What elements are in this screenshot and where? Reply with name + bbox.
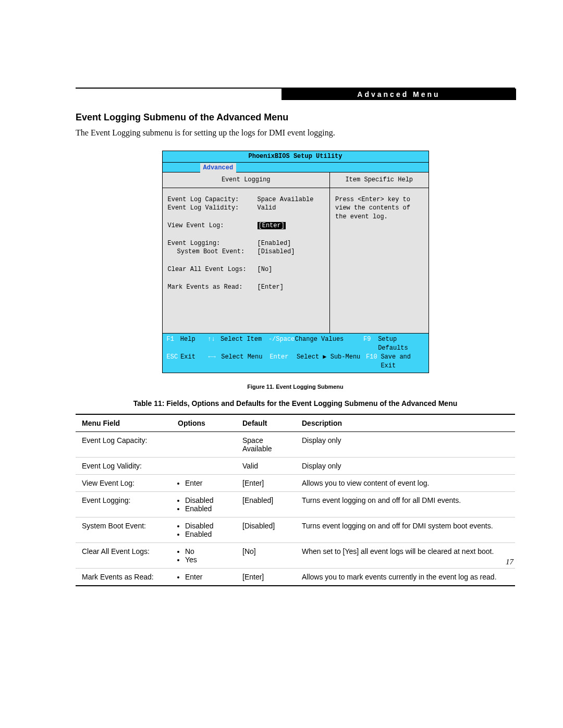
table-row: Event Log Validity:ValidDisplay only [76, 457, 515, 474]
td-description: Display only [296, 431, 515, 457]
intro-text: The Event Logging submenu is for setting… [76, 128, 515, 138]
option-item: Enter [185, 479, 230, 487]
bios-row-value: Valid [258, 204, 276, 213]
option-item: No [185, 547, 230, 556]
th-default: Default [236, 414, 296, 432]
table-row: System Boot Event:DisabledEnabled[Disabl… [76, 517, 515, 542]
td-description: Turns event logging on and off for DMI s… [296, 517, 515, 542]
bios-row: Event Log Capacity:Space Available [168, 195, 324, 204]
key-desc: Select Menu [221, 353, 270, 371]
key-label: ↑↓ [207, 335, 221, 353]
bios-row-label [168, 213, 258, 221]
option-item: Disabled [185, 522, 230, 530]
option-item: Enter [185, 573, 230, 581]
td-default: Valid [236, 457, 296, 474]
option-item: Yes [185, 556, 230, 564]
bios-left-panel: Event Logging Event Log Capacity:Space A… [163, 172, 330, 334]
option-item: Disabled [185, 496, 230, 504]
td-default: [Enter] [236, 474, 296, 491]
bios-row [168, 213, 324, 221]
table-row: Clear All Event Logs:NoYes[No]When set t… [76, 542, 515, 568]
table-caption: Table 11: Fields, Options and Defaults f… [76, 399, 515, 408]
bios-row: View Event Log:[Enter] [168, 221, 324, 230]
td-options: NoYes [172, 542, 236, 568]
td-default: [Enter] [236, 568, 296, 586]
td-default: [No] [236, 542, 296, 568]
key-desc: Save and Exit [381, 353, 424, 371]
bios-row-value: [Enabled] [258, 239, 291, 248]
td-menu: Event Logging: [76, 491, 172, 517]
td-options: Enter [172, 568, 236, 586]
bios-row: Event Log Validity:Valid [168, 204, 324, 213]
key-desc: Help [180, 335, 208, 353]
bios-row-value [258, 213, 261, 221]
bios-row: Event Logging:[Enabled] [168, 239, 324, 248]
key-label: -/Space [268, 335, 295, 353]
bios-title: PhoenixBIOS Setup Utility [163, 151, 429, 163]
td-menu: Clear All Event Logs: [76, 542, 172, 568]
bios-row-label [168, 230, 258, 239]
bios-tab-advanced: Advanced [200, 163, 237, 173]
key-desc: Change Values [295, 335, 363, 353]
bios-row-value: [Enter] [258, 221, 286, 230]
bios-row-value [258, 256, 261, 265]
key-desc: Select Item [221, 335, 268, 353]
fields-table: Menu Field Options Default Description E… [76, 414, 515, 586]
bios-row: System Boot Event:[Disabled] [168, 248, 324, 256]
section-badge: Advanced Menu [282, 89, 516, 100]
bios-row-label [168, 256, 258, 265]
option-item: Enabled [185, 530, 230, 538]
table-row: Mark Events as Read:Enter[Enter]Allows y… [76, 568, 515, 586]
td-menu: Mark Events as Read: [76, 568, 172, 586]
bios-row-value: [Enter] [258, 283, 284, 292]
bios-row-label: View Event Log: [168, 221, 258, 230]
bios-row [168, 230, 324, 239]
table-row: Event Log Capacity:Space AvailableDispla… [76, 431, 515, 457]
bios-row-value [258, 230, 261, 239]
td-menu: Event Log Validity: [76, 457, 172, 474]
key-desc: Exit [180, 353, 208, 371]
td-description: Display only [296, 457, 515, 474]
td-options: DisabledEnabled [172, 517, 236, 542]
key-label: F9 [363, 335, 378, 353]
bios-tab-bar: Advanced [163, 163, 429, 172]
td-description: Allows you to mark events currently in t… [296, 568, 515, 586]
key-label: F10 [366, 353, 381, 371]
th-menu: Menu Field [76, 414, 172, 432]
td-default: [Disabled] [236, 517, 296, 542]
bios-row [168, 274, 324, 283]
td-options: Enter [172, 474, 236, 491]
bios-row-label: Event Logging: [168, 239, 258, 248]
bios-row-label: Event Log Capacity: [168, 195, 258, 204]
key-label: ←→ [208, 353, 221, 371]
page-number: 17 [506, 558, 513, 566]
bios-row-value [258, 274, 261, 283]
td-description: Turns event logging on and off for all D… [296, 491, 515, 517]
bios-help-title: Item Specific Help [330, 172, 429, 188]
key-label: F1 [167, 335, 180, 353]
bios-row: Clear All Event Logs:[No] [168, 265, 324, 274]
bios-row-label: Clear All Event Logs: [168, 265, 258, 274]
bios-row-label [168, 274, 258, 283]
section-heading: Event Logging Submenu of the Advanced Me… [76, 112, 515, 123]
bios-help-panel: Item Specific Help Press <Enter> key to … [330, 172, 429, 334]
bios-row-label: Mark Events as Read: [168, 283, 258, 292]
td-options: DisabledEnabled [172, 491, 236, 517]
td-description: Allows you to view content of event log. [296, 474, 515, 491]
bios-help-text: Press <Enter> key to view the contents o… [330, 188, 429, 229]
bios-row-label: Event Log Validity: [168, 204, 258, 213]
bios-row-label: System Boot Event: [168, 248, 258, 256]
td-description: When set to [Yes] all event logs will be… [296, 542, 515, 568]
bios-screenshot: PhoenixBIOS Setup Utility Advanced Event… [162, 151, 429, 373]
key-desc: Select ▶ Sub-Menu [297, 353, 366, 371]
td-options [172, 457, 236, 474]
bios-left-title: Event Logging [163, 172, 329, 188]
option-item: Enabled [185, 504, 230, 513]
figure-caption: Figure 11. Event Logging Submenu [76, 384, 515, 390]
bios-row [168, 256, 324, 265]
key-label: ESC [167, 353, 181, 371]
bios-row-value: [No] [258, 265, 273, 274]
td-options [172, 431, 236, 457]
key-label: Enter [270, 353, 296, 371]
bios-row-value: [Disabled] [258, 248, 295, 256]
